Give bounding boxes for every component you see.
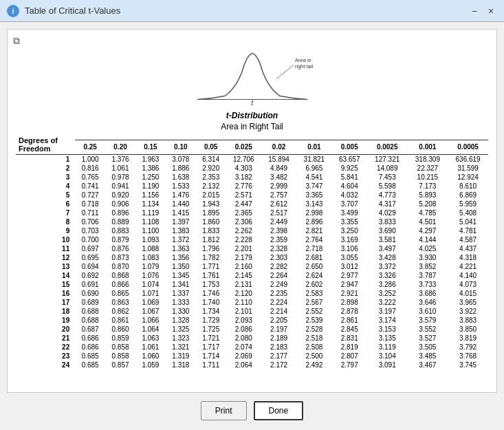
value-cell: 0.765 [75,173,105,182]
value-cell: 318.309 [408,155,448,164]
value-cell: 3.326 [367,271,408,280]
value-cell: 2.145 [226,271,261,280]
value-cell: 0.870 [105,262,135,271]
value-cell: 4.849 [261,164,296,173]
value-cell: 1.337 [166,289,196,298]
value-cell: 1.356 [166,253,196,262]
value-cell: 0.703 [75,226,105,235]
value-cell: 3.610 [408,307,448,316]
svg-text:right tail: right tail [295,63,314,69]
value-cell: 1.860 [196,217,226,226]
value-cell: 3.197 [367,307,408,316]
col-header: 0.15 [135,140,166,154]
title-bar: i Table of Critical t-Values − × [0,0,504,22]
col-header: 0.01 [296,140,331,154]
value-cell: 4.785 [408,208,448,217]
value-cell: 2.552 [296,307,331,316]
value-cell: 1.063 [135,334,166,343]
value-cell: 5.959 [448,200,488,208]
value-cell: 0.686 [75,334,105,343]
value-cell: 3.091 [367,361,408,369]
table-row: 160.6900.8651.0711.3371.7462.1202.2352.5… [16,289,488,298]
value-cell: 3.792 [448,343,488,352]
value-cell: 0.816 [75,164,105,173]
col-header: 0.025 [226,140,261,154]
value-cell: 2.947 [332,280,367,289]
done-button[interactable]: Done [254,401,304,420]
value-cell: 1.740 [196,298,226,307]
value-cell: 3.745 [448,361,488,369]
value-cell: 3.581 [367,235,408,244]
value-cell: 1.721 [196,334,226,343]
value-cell: 3.252 [367,289,408,298]
value-cell: 3.787 [408,271,448,280]
value-cell: 2.807 [332,352,367,361]
value-cell: 1.383 [166,226,196,235]
value-cell: 2.447 [226,200,261,208]
window-title: Table of Critical t-Values [25,6,120,16]
value-cell: 4.073 [448,280,488,289]
copy-icon[interactable]: ⧉ [13,35,20,47]
value-cell: 4.781 [448,226,488,235]
value-cell: 3.690 [367,226,408,235]
value-cell: 1.108 [135,217,166,226]
value-cell: 2.998 [296,208,331,217]
value-cell: 3.174 [367,316,408,325]
value-cell: 1.190 [135,182,166,191]
col-header: 0.02 [261,140,296,154]
value-cell: 2.920 [196,164,226,173]
table-container: ⧉ t Area in right tail t-Distribution Ar [7,29,497,393]
value-cell: 22.327 [408,164,448,173]
df-cell: 8 [16,217,75,226]
value-cell: 0.697 [75,244,105,253]
df-cell: 23 [16,352,75,361]
table-row: 220.6860.8581.0611.3211.7172.0742.1832.5… [16,343,488,352]
value-cell: 1.061 [105,164,135,173]
value-cell: 3.850 [448,325,488,334]
col-header: 0.0025 [367,140,408,154]
close-button[interactable]: × [485,5,497,17]
df-cell: 7 [16,208,75,217]
value-cell: 2.183 [261,343,296,352]
value-cell: 4.541 [296,173,331,182]
value-cell: 1.386 [135,164,166,173]
value-cell: 3.372 [367,262,408,271]
value-cell: 6.869 [448,191,488,200]
df-cell: 12 [16,253,75,262]
value-cell: 1.066 [135,316,166,325]
value-cell: 12.924 [448,173,488,182]
value-cell: 2.093 [226,316,261,325]
value-cell: 2.831 [332,334,367,343]
minimize-button[interactable]: − [468,5,481,17]
info-icon: i [7,5,19,17]
value-cell: 1.363 [166,244,196,253]
value-cell: 3.055 [332,253,367,262]
value-cell: 1.061 [135,343,166,352]
value-cell: 2.189 [261,334,296,343]
value-cell: 1.076 [135,271,166,280]
value-cell: 1.746 [196,289,226,298]
print-button[interactable]: Print [201,401,247,420]
value-cell: 4.317 [367,200,408,208]
value-cell: 3.286 [367,280,408,289]
value-cell: 4.501 [408,217,448,226]
value-cell: 0.689 [75,298,105,307]
value-cell: 0.860 [105,325,135,334]
value-cell: 2.177 [261,352,296,361]
value-cell: 3.428 [367,253,408,262]
value-cell: 4.221 [448,262,488,271]
table-row: 100.7000.8791.0931.3721.8122.2282.3592.7… [16,235,488,244]
value-cell: 2.757 [261,191,296,200]
table-row: 240.6850.8571.0591.3181.7112.0642.1722.4… [16,361,488,369]
df-cell: 16 [16,289,75,298]
value-cell: 0.879 [105,235,135,244]
value-cell: 0.896 [105,208,135,217]
df-cell: 3 [16,173,75,182]
value-cell: 0.691 [75,280,105,289]
value-cell: 4.015 [448,289,488,298]
value-cell: 3.078 [166,155,196,164]
value-cell: 2.492 [296,361,331,369]
value-cell: 5.208 [408,200,448,208]
value-cell: 1.717 [196,343,226,352]
table-row: 200.6870.8601.0641.3251.7252.0862.1972.5… [16,325,488,334]
